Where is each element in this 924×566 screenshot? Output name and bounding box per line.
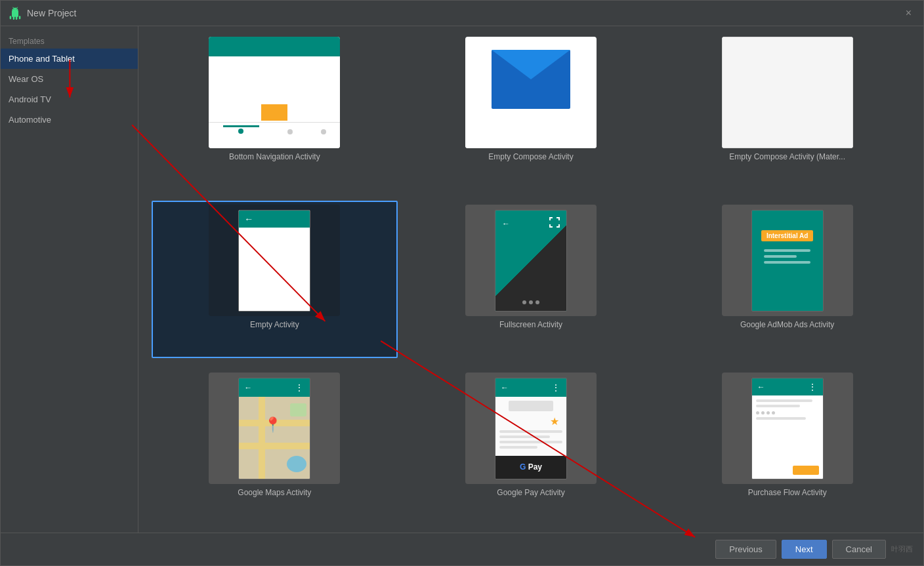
template-card-gpay[interactable]: ← ⋮ ★ <box>408 369 654 526</box>
close-button[interactable]: × <box>902 6 915 20</box>
cancel-button[interactable]: Cancel <box>832 540 886 559</box>
back-arrow-icon: ← <box>244 214 253 224</box>
template-name-empty-activity: Empty Activity <box>250 320 299 329</box>
sidebar-item-phone-tablet[interactable]: Phone and Tablet <box>1 49 138 69</box>
android-icon <box>9 7 22 20</box>
content-area: Templates Phone and Tablet Wear OS Andro… <box>1 26 923 533</box>
template-thumb-bottom-nav <box>209 37 340 148</box>
next-button[interactable]: Next <box>782 540 827 559</box>
template-name-purchase: Purchase Flow Activity <box>748 488 827 497</box>
template-name-admob: Google AdMob Ads Activity <box>740 320 834 329</box>
sidebar-item-wear-os[interactable]: Wear OS <box>1 69 138 89</box>
sidebar-item-android-tv[interactable]: Android TV <box>1 89 138 110</box>
templates-grid: Bottom Navigation Activity Empty Compose… <box>152 33 910 526</box>
template-thumb-fullscreen: ← <box>465 205 597 316</box>
template-name-gpay: Google Pay Activity <box>497 488 564 497</box>
template-thumb-empty-compose-mat <box>722 37 853 148</box>
template-thumb-empty-activity: ← <box>209 205 340 316</box>
footer: Previous Next Cancel 叶羽西 <box>1 533 923 565</box>
gpay-top-bar: ← ⋮ <box>495 378 566 397</box>
main-content: Bottom Navigation Activity Empty Compose… <box>138 26 923 533</box>
template-name-empty-compose: Empty Compose Activity <box>488 152 573 161</box>
template-name-empty-compose-mat: Empty Compose Activity (Mater... <box>729 152 845 161</box>
template-thumb-admob: Interstitial Ad <box>722 205 853 316</box>
template-card-admob[interactable]: Interstitial Ad Google AdMob Ads Activit… <box>664 201 910 358</box>
template-card-bottom-nav[interactable]: Bottom Navigation Activity <box>152 33 398 190</box>
watermark-text: 叶羽西 <box>891 544 913 554</box>
dots-menu-icon: ⋮ <box>295 382 304 393</box>
template-card-purchase[interactable]: ← ⋮ <box>664 369 910 526</box>
template-card-empty-activity[interactable]: ← Empty Activity <box>152 201 398 358</box>
template-card-fullscreen[interactable]: ← Fullscreen Activity <box>408 201 654 358</box>
template-thumb-map: ← ⋮ <box>209 373 340 484</box>
sidebar-item-automotive[interactable]: Automotive <box>1 110 138 130</box>
template-thumb-purchase: ← ⋮ <box>722 373 853 484</box>
admob-badge: Interstitial Ad <box>761 230 814 241</box>
previous-button[interactable]: Previous <box>715 540 776 559</box>
gpay-bottom-bar: G Pay <box>495 456 566 479</box>
title-bar: New Project × <box>1 1 923 26</box>
title-bar-text: New Project <box>27 8 902 18</box>
template-card-empty-compose[interactable]: Empty Compose Activity <box>408 33 654 190</box>
template-thumb-empty-compose <box>465 37 597 148</box>
template-thumb-gpay: ← ⋮ ★ <box>465 373 597 484</box>
template-name-fullscreen: Fullscreen Activity <box>499 320 562 329</box>
template-card-empty-compose-mat[interactable]: Empty Compose Activity (Mater... <box>664 33 910 190</box>
new-project-dialog: New Project × Templates Phone and Tablet… <box>0 0 924 566</box>
sidebar-label: Templates <box>1 31 138 49</box>
map-top-bar: ← ⋮ <box>239 378 310 397</box>
template-name-map: Google Maps Activity <box>238 488 311 497</box>
sidebar: Templates Phone and Tablet Wear OS Andro… <box>1 26 138 533</box>
template-card-map[interactable]: ← ⋮ <box>152 369 398 526</box>
template-name-bottom-nav: Bottom Navigation Activity <box>229 152 320 161</box>
